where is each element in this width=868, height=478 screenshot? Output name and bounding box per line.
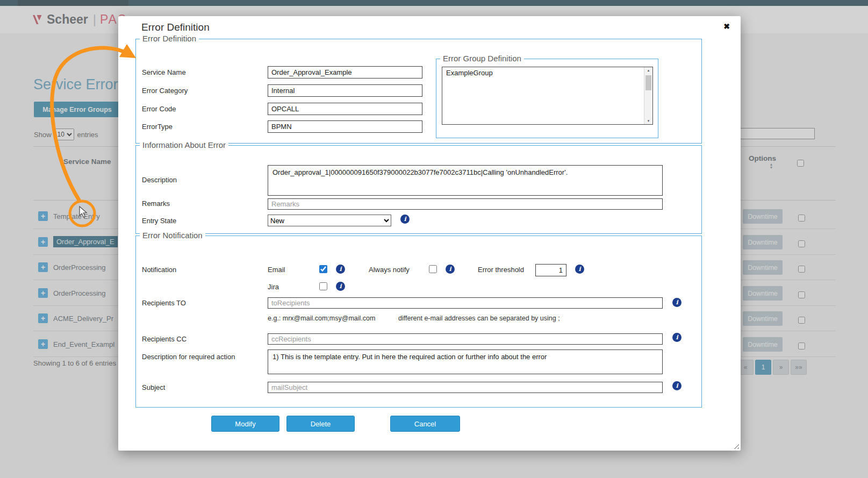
email-label: Email	[268, 263, 285, 276]
recipients-cc-field[interactable]	[268, 333, 663, 345]
remarks-label: Remarks	[142, 197, 170, 210]
entry-state-info-icon[interactable]: i	[400, 215, 410, 224]
recipients-to-field[interactable]	[268, 297, 663, 309]
error-notification-section: Error Notification Notification Email i …	[135, 236, 702, 408]
delete-button[interactable]: Delete	[286, 416, 355, 432]
error-code-label: Error Code	[142, 103, 176, 116]
error-group-option[interactable]: ExampleGroup	[442, 67, 652, 79]
email-checkbox[interactable]	[319, 265, 327, 273]
error-threshold-info-icon[interactable]: i	[575, 265, 584, 274]
entry-state-select[interactable]: New	[268, 215, 391, 226]
jira-label: Jira	[268, 281, 279, 294]
error-notification-legend: Error Notification	[140, 231, 205, 240]
service-name-label: Service Name	[142, 66, 186, 79]
error-group-section: Error Group Definition ExampleGroup ▴ ▾	[436, 59, 658, 138]
service-name-field[interactable]	[268, 66, 422, 79]
recipients-to-info-icon[interactable]: i	[672, 298, 682, 307]
error-type-field[interactable]	[268, 120, 422, 133]
recipients-cc-info-icon[interactable]: i	[672, 333, 682, 342]
required-action-label: Description for required action	[142, 351, 235, 363]
listbox-scrollbar[interactable]: ▴ ▾	[644, 67, 652, 124]
description-label: Description	[142, 174, 177, 187]
error-category-field[interactable]	[268, 84, 422, 97]
always-notify-info-icon[interactable]: i	[446, 265, 455, 274]
notification-label: Notification	[142, 263, 176, 276]
error-type-label: ErrorType	[142, 120, 173, 133]
required-action-textarea[interactable]: 1) This is the template entry. Put in he…	[268, 349, 663, 374]
error-group-listbox[interactable]: ExampleGroup ▴ ▾	[442, 67, 653, 125]
jira-info-icon[interactable]: i	[336, 282, 345, 291]
entry-state-label: Entry State	[142, 215, 176, 227]
error-category-label: Error Category	[142, 84, 188, 97]
error-threshold-field[interactable]	[535, 264, 566, 276]
remarks-field[interactable]	[268, 198, 663, 210]
email-info-icon[interactable]: i	[336, 265, 345, 274]
close-icon[interactable]: ✖	[720, 22, 733, 31]
modify-button[interactable]: Modify	[211, 416, 279, 432]
recipients-to-label: Recipients TO	[142, 297, 186, 310]
information-about-error-section: Information About Error Description Orde…	[135, 145, 702, 234]
cancel-button[interactable]: Cancel	[390, 416, 460, 432]
always-notify-label: Always notify	[369, 263, 410, 276]
always-notify-checkbox[interactable]	[429, 265, 437, 273]
recipients-hint-example: e.g.: mrx@mail.com;msy@mail.com	[268, 315, 375, 322]
scroll-up-icon[interactable]: ▴	[648, 68, 650, 73]
error-group-legend: Error Group Definition	[440, 54, 524, 63]
jira-checkbox[interactable]	[319, 282, 327, 290]
scrollbar-thumb[interactable]	[645, 75, 651, 90]
subject-info-icon[interactable]: i	[672, 381, 682, 390]
error-definition-legend: Error Definition	[140, 34, 199, 43]
modal-resize-handle[interactable]	[732, 442, 739, 449]
subject-label: Subject	[142, 381, 165, 394]
description-textarea[interactable]: Order_approval_1|000000091650f379000022b…	[268, 165, 663, 196]
screen: Scheer | PAS Service Error Li Manage Err…	[0, 0, 868, 478]
scroll-down-icon[interactable]: ▾	[648, 119, 650, 123]
error-definition-modal: Error Definition ✖ Error Definition Serv…	[118, 16, 741, 451]
error-definition-section: Error Definition Service Name Error Cate…	[135, 39, 702, 144]
recipients-cc-label: Recipients CC	[142, 333, 186, 346]
modal-title: Error Definition	[141, 22, 210, 33]
information-about-error-legend: Information About Error	[140, 140, 228, 149]
error-code-field[interactable]	[268, 103, 422, 115]
recipients-hint-text: different e-mail addresses can be separa…	[398, 315, 560, 322]
error-threshold-label: Error threshold	[478, 263, 524, 276]
subject-field[interactable]	[268, 382, 663, 393]
